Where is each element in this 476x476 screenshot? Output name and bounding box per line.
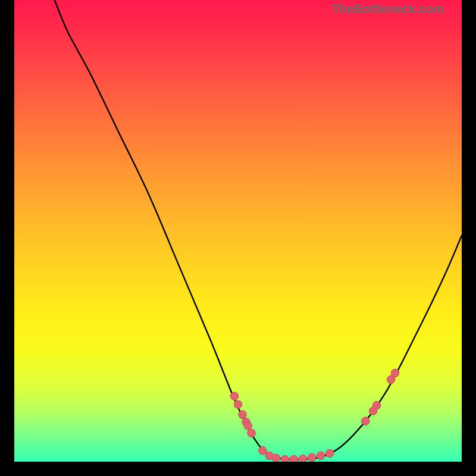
data-marker xyxy=(259,447,267,455)
data-marker xyxy=(244,422,252,430)
data-marker xyxy=(281,455,289,462)
data-marker xyxy=(308,453,316,462)
data-marker xyxy=(230,392,239,400)
marker-layer xyxy=(230,369,399,462)
data-marker xyxy=(239,411,247,419)
chart-svg xyxy=(14,0,462,462)
chart-frame: TheBottleneck.com xyxy=(0,0,476,476)
data-marker xyxy=(391,369,399,377)
data-marker xyxy=(325,449,334,458)
data-marker xyxy=(372,402,381,410)
data-marker xyxy=(248,429,256,437)
data-marker xyxy=(290,455,298,462)
data-marker xyxy=(317,452,325,460)
data-marker xyxy=(234,400,242,409)
data-marker xyxy=(272,454,280,462)
data-marker xyxy=(362,417,370,425)
plot-area: TheBottleneck.com xyxy=(14,0,462,462)
bottleneck-curve xyxy=(55,0,462,459)
data-marker xyxy=(299,455,307,462)
